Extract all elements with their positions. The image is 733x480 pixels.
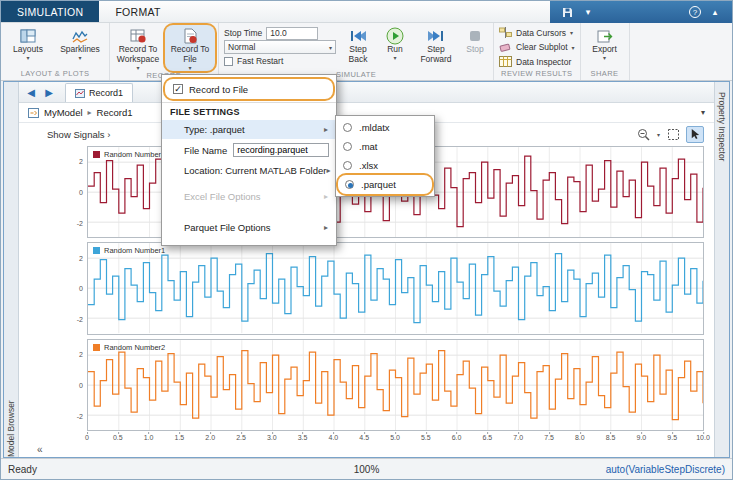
x-tick-label: 2.5 bbox=[236, 434, 246, 441]
record1-doc-tab[interactable]: Record1 bbox=[65, 83, 133, 102]
sparklines-button[interactable]: Sparklines ▾ bbox=[54, 25, 106, 69]
sim-mode-select[interactable]: Normal ▾ bbox=[224, 40, 336, 54]
stop-label: Stop bbox=[466, 45, 484, 55]
data-inspector-button[interactable]: Data Inspector bbox=[499, 55, 575, 68]
x-tick-label: 7.5 bbox=[544, 434, 554, 441]
help-icon[interactable]: ? bbox=[689, 6, 701, 18]
clear-subplot-label: Clear Subplot bbox=[516, 42, 568, 52]
file-name-input[interactable] bbox=[233, 143, 329, 157]
step-back-label-2: Back bbox=[349, 55, 368, 65]
stop-icon bbox=[468, 27, 482, 45]
y-tick-label: 0 bbox=[79, 189, 83, 196]
plot-bottom-row: « bbox=[19, 444, 714, 457]
caret-down-icon: ▾ bbox=[136, 65, 139, 72]
clear-subplot-button[interactable]: Clear Subplot ▾ bbox=[499, 41, 575, 54]
layouts-icon bbox=[20, 27, 36, 45]
menu-item-excel-options[interactable]: Excel File Options ▸ bbox=[162, 187, 336, 206]
tab-format[interactable]: FORMAT bbox=[99, 1, 176, 22]
x-tick-label: 6.5 bbox=[483, 434, 493, 441]
stop-button[interactable]: Stop bbox=[460, 25, 490, 70]
fit-to-view-button[interactable] bbox=[664, 126, 682, 143]
menu-item-parquet-options[interactable]: Parquet File Options ▸ bbox=[162, 218, 336, 237]
legend-label: Random Number2 bbox=[104, 343, 165, 352]
x-tick-label: 9.0 bbox=[637, 434, 647, 441]
radio-icon bbox=[343, 142, 352, 151]
forward-arrow-icon[interactable]: ▶ bbox=[41, 83, 57, 101]
x-tick-label: 1.0 bbox=[144, 434, 154, 441]
x-tick-label: 9.5 bbox=[667, 434, 677, 441]
y-tick-label: -2 bbox=[77, 219, 83, 226]
run-button[interactable]: Run ▾ bbox=[378, 25, 412, 70]
back-arrow-icon[interactable]: ◀ bbox=[23, 83, 39, 101]
data-cursors-icon bbox=[499, 27, 512, 38]
status-zoom: 100% bbox=[354, 464, 380, 475]
run-icon bbox=[386, 27, 404, 45]
step-back-button[interactable]: Step Back bbox=[340, 25, 376, 70]
radio-icon bbox=[343, 123, 352, 132]
stop-time-input[interactable]: 10.0 bbox=[266, 27, 318, 40]
submenu-item-mat[interactable]: .mat bbox=[336, 137, 434, 156]
x-tick-label: 10.0 bbox=[696, 434, 710, 441]
save-icon[interactable] bbox=[560, 5, 574, 19]
tab-simulation[interactable]: SIMULATION bbox=[1, 1, 99, 22]
menu-item-location[interactable]: Location: Current MATLAB Folder ▸ bbox=[162, 161, 336, 180]
y-axis-labels: 2 0 -2 bbox=[67, 242, 87, 334]
toolstrip-tab-row: SIMULATION FORMAT ▾ ? ▴ bbox=[1, 1, 732, 23]
x-tick-label: 1.5 bbox=[175, 434, 185, 441]
caret-down-icon: ▾ bbox=[393, 55, 396, 62]
caret-down-icon: ▾ bbox=[572, 44, 575, 51]
property-inspector-tab[interactable]: Property Inspector bbox=[714, 82, 729, 457]
y-tick-label: 0 bbox=[79, 381, 83, 388]
export-icon bbox=[596, 27, 614, 45]
status-bar: Ready 100% auto(VariableStepDiscrete) bbox=[1, 458, 732, 479]
y-axis-labels: 2 0 -2 bbox=[67, 339, 87, 431]
group-share: Export ▾ SHARE bbox=[581, 23, 630, 80]
x-tick-label: 0 bbox=[85, 434, 89, 441]
record-to-workspace-button[interactable]: Record To Workspace ▾ bbox=[113, 25, 163, 71]
export-button[interactable]: Export ▾ bbox=[584, 25, 626, 69]
x-tick-label: 3.0 bbox=[267, 434, 277, 441]
breadcrumb-record1[interactable]: Record1 bbox=[97, 107, 133, 118]
menu-item-record-to-file[interactable]: ✓ Record to File bbox=[165, 79, 333, 99]
submenu-item-mldatx[interactable]: .mldatx bbox=[336, 118, 434, 137]
collapse-panel-button[interactable]: « bbox=[37, 445, 43, 455]
zoom-caret-icon[interactable]: ▾ bbox=[657, 131, 660, 138]
group-layout-plots: Layouts ▾ Sparklines ▾ LAYOUT & PLOTS bbox=[1, 23, 110, 80]
save-dropdown-caret-icon[interactable]: ▾ bbox=[581, 5, 595, 19]
submenu-item-xlsx[interactable]: .xlsx bbox=[336, 156, 434, 175]
excel-options-label: Excel File Options bbox=[184, 191, 261, 202]
caret-down-icon: ▾ bbox=[188, 65, 191, 72]
data-cursors-button[interactable]: Data Cursors ▾ bbox=[499, 26, 575, 39]
model-icon bbox=[28, 108, 39, 118]
y-tick-label: 2 bbox=[79, 254, 83, 261]
model-browser-tab[interactable]: Model Browser bbox=[4, 82, 19, 457]
document-nav-row: ◀ ▶ Record1 bbox=[19, 82, 714, 103]
minimize-ribbon-icon[interactable]: ▴ bbox=[708, 5, 722, 19]
radio-selected-icon bbox=[345, 180, 354, 189]
menu-item-type[interactable]: Type: .parquet ▸ bbox=[162, 120, 336, 139]
legend-swatch bbox=[93, 151, 100, 158]
radio-icon bbox=[343, 161, 352, 170]
plot-canvas[interactable]: Random Number2 bbox=[87, 339, 704, 431]
pointer-tool-button[interactable] bbox=[686, 126, 704, 143]
record-to-file-button[interactable]: Record To File ▾ bbox=[165, 25, 215, 71]
mat-label: .mat bbox=[359, 141, 377, 152]
legend: Random Number2 bbox=[93, 343, 165, 352]
plot-canvas[interactable]: Random Number1 bbox=[87, 242, 704, 334]
breadcrumb-model[interactable]: MyModel bbox=[44, 107, 83, 118]
show-signals-link[interactable]: Show Signals bbox=[47, 129, 105, 140]
show-signals-chevron-icon[interactable]: › bbox=[107, 129, 110, 140]
record-to-file-toggle-label: Record to File bbox=[189, 84, 248, 95]
zoom-out-button[interactable] bbox=[635, 126, 653, 143]
sim-mode-value: Normal bbox=[228, 42, 255, 52]
subplot-random-number1: 2 0 -2 Random Number1 bbox=[67, 242, 704, 334]
signal-selector-caret-icon[interactable]: ▾ bbox=[701, 108, 705, 117]
submenu-item-parquet[interactable]: .parquet bbox=[338, 175, 432, 194]
fast-restart-checkbox[interactable] bbox=[224, 57, 233, 66]
y-tick-label: 2 bbox=[79, 158, 83, 165]
step-forward-button[interactable]: Step Forward bbox=[414, 25, 458, 70]
layouts-button[interactable]: Layouts ▾ bbox=[4, 25, 52, 69]
data-cursors-label: Data Cursors bbox=[516, 28, 566, 38]
status-ready: Ready bbox=[8, 464, 37, 475]
fast-restart-label: Fast Restart bbox=[237, 56, 283, 66]
